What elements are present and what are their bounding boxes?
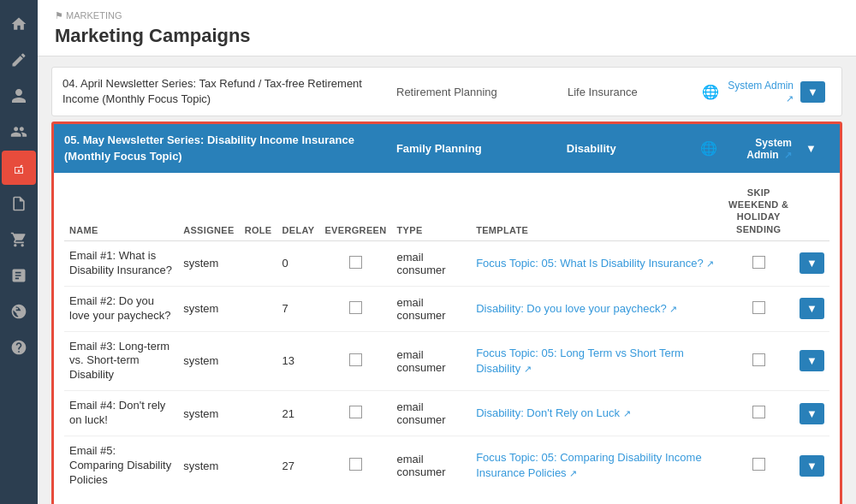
- sidebar-icon-edit[interactable]: [2, 43, 36, 77]
- campaign-dropdown-button-05[interactable]: ▼: [799, 138, 823, 159]
- task-assignee-0: system: [178, 240, 240, 286]
- task-delay-4: 27: [277, 436, 320, 495]
- task-type-4: email consumer: [392, 436, 472, 495]
- task-skip-0[interactable]: [722, 240, 794, 286]
- campaign-active-header-05[interactable]: 05. May Newsletter Series: Disability In…: [54, 124, 840, 172]
- task-template-link-4[interactable]: Focus Topic: 05: Comparing Disability In…: [476, 451, 702, 479]
- task-dropdown-button-1[interactable]: ▼: [800, 298, 824, 319]
- task-template-4: Focus Topic: 05: Comparing Disability In…: [471, 436, 722, 495]
- task-role-0: [240, 240, 277, 286]
- tasks-table: NAME ASSIGNEE ROLE DELAY EVERGREEN TYPE …: [64, 180, 829, 495]
- task-skip-2[interactable]: [722, 331, 794, 391]
- task-evergreen-4[interactable]: [319, 436, 391, 495]
- th-delay: DELAY: [277, 180, 320, 241]
- task-evergreen-1[interactable]: [319, 286, 391, 331]
- campaign-row-04[interactable]: 04. April Newsletter Series: Tax Refund …: [51, 67, 842, 116]
- task-template-link-2[interactable]: Focus Topic: 05: Long Term vs Short Term…: [476, 347, 684, 375]
- task-dropdown-3: ▼: [794, 391, 829, 436]
- task-dropdown-4: ▼: [794, 436, 829, 495]
- campaign-dropdown-04: ▼: [800, 81, 831, 103]
- campaign-active-block-05: 05. May Newsletter Series: Disability In…: [51, 122, 842, 504]
- breadcrumb: ⚑ MARKETING: [55, 10, 839, 21]
- task-skip-3[interactable]: [722, 391, 794, 436]
- task-name-3: Email #4: Don't rely on luck!: [64, 391, 178, 436]
- task-dropdown-2: ▼: [794, 331, 829, 391]
- campaign-family-04: Retirement Planning: [388, 86, 559, 98]
- task-dropdown-1: ▼: [794, 286, 829, 331]
- task-assignee-2: system: [178, 331, 240, 391]
- th-skip: SKIP WEEKEND & HOLIDAY SENDING: [722, 180, 794, 241]
- task-type-3: email consumer: [392, 391, 472, 436]
- sidebar-icon-marketing[interactable]: [2, 151, 36, 185]
- campaign-globe-04: 🌐: [698, 84, 723, 100]
- task-type-2: email consumer: [392, 331, 472, 391]
- th-assignee: ASSIGNEE: [178, 180, 240, 241]
- sidebar-icon-home[interactable]: [2, 7, 36, 41]
- task-row-2: Email #3: Long-term vs. Short-term Disab…: [64, 331, 829, 391]
- task-template-link-1[interactable]: Disability: Do you love your paycheck? ↗: [476, 302, 677, 315]
- task-type-0: email consumer: [392, 240, 472, 286]
- tasks-table-wrap: NAME ASSIGNEE ROLE DELAY EVERGREEN TYPE …: [54, 173, 840, 504]
- task-role-4: [240, 436, 277, 495]
- task-dropdown-button-2[interactable]: ▼: [800, 350, 824, 371]
- task-type-1: email consumer: [392, 286, 472, 331]
- task-row-0: Email #1: What is Disability Insurance? …: [64, 240, 829, 286]
- sidebar-icon-documents[interactable]: [2, 187, 36, 221]
- task-evergreen-3[interactable]: [319, 391, 391, 436]
- th-actions: [794, 180, 829, 241]
- task-delay-1: 7: [277, 286, 320, 331]
- task-evergreen-0[interactable]: [319, 240, 391, 286]
- sidebar-icon-contact[interactable]: [2, 79, 36, 113]
- sidebar: [0, 0, 38, 504]
- task-dropdown-button-4[interactable]: ▼: [800, 455, 824, 477]
- task-dropdown-button-3[interactable]: ▼: [800, 403, 824, 424]
- task-role-2: [240, 331, 277, 391]
- task-name-2: Email #3: Long-term vs. Short-term Disab…: [64, 331, 178, 391]
- task-delay-0: 0: [277, 240, 320, 286]
- task-skip-4[interactable]: [722, 436, 794, 495]
- campaign-family-05: Family Planning: [388, 142, 558, 155]
- task-skip-1[interactable]: [722, 286, 794, 331]
- task-row-1: Email #2: Do you love your paycheck? sys…: [64, 286, 829, 331]
- campaign-dropdown-05: ▼: [799, 138, 829, 159]
- task-template-2: Focus Topic: 05: Long Term vs Short Term…: [471, 331, 722, 391]
- th-type: TYPE: [392, 180, 472, 241]
- page-title: Marketing Campaigns: [55, 25, 839, 47]
- campaign-type-05: Disability: [558, 142, 696, 155]
- task-dropdown-0: ▼: [794, 240, 829, 286]
- campaign-list: 04. April Newsletter Series: Tax Refund …: [38, 56, 856, 504]
- campaign-globe-05: 🌐: [696, 140, 722, 157]
- campaign-dropdown-button-04[interactable]: ▼: [800, 81, 825, 103]
- sidebar-icon-help[interactable]: [2, 330, 36, 365]
- task-assignee-3: system: [178, 391, 240, 436]
- th-evergreen: EVERGREEN: [319, 180, 391, 241]
- th-name: NAME: [64, 180, 178, 241]
- sidebar-icon-group[interactable]: [2, 115, 36, 149]
- task-role-1: [240, 286, 277, 331]
- sidebar-icon-admin[interactable]: [2, 294, 36, 329]
- task-template-1: Disability: Do you love your paycheck? ↗: [471, 286, 722, 331]
- task-template-link-0[interactable]: Focus Topic: 05: What Is Disability Insu…: [476, 257, 714, 270]
- task-row-3: Email #4: Don't rely on luck! system 21 …: [64, 391, 829, 436]
- sidebar-icon-cart[interactable]: [2, 222, 36, 257]
- task-name-1: Email #2: Do you love your paycheck?: [64, 286, 178, 331]
- task-role-3: [240, 391, 277, 436]
- campaign-name-05: 05. May Newsletter Series: Disability In…: [64, 133, 388, 163]
- task-dropdown-button-0[interactable]: ▼: [800, 252, 824, 274]
- task-delay-2: 13: [277, 331, 320, 391]
- th-role: ROLE: [240, 180, 277, 241]
- task-delay-3: 21: [277, 391, 320, 436]
- th-template: TEMPLATE: [471, 180, 722, 241]
- task-row-4: Email #5: Comparing Disability Policies …: [64, 436, 829, 495]
- campaign-admin-link-04[interactable]: System Admin ↗: [728, 80, 794, 104]
- campaign-name-04: 04. April Newsletter Series: Tax Refund …: [62, 76, 388, 107]
- campaign-admin-04: System Admin ↗: [723, 79, 800, 104]
- task-name-0: Email #1: What is Disability Insurance?: [64, 240, 178, 286]
- task-template-3: Disability: Don't Rely on Luck ↗: [471, 391, 722, 436]
- task-evergreen-2[interactable]: [319, 331, 391, 391]
- task-template-link-3[interactable]: Disability: Don't Rely on Luck ↗: [476, 406, 631, 419]
- campaign-admin-05: System Admin ↗: [722, 137, 799, 161]
- sidebar-icon-reports[interactable]: [2, 258, 36, 293]
- page-header: ⚑ MARKETING Marketing Campaigns: [38, 0, 856, 56]
- task-assignee-4: system: [178, 436, 240, 495]
